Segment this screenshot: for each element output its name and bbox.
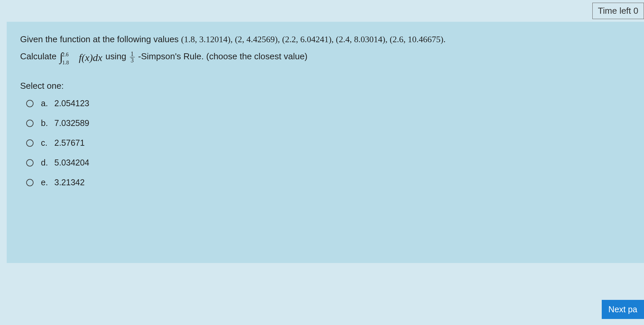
option-value: 2.054123 [54, 99, 89, 108]
integral-expression: ∫2.61.8 f(x)dx [60, 47, 102, 67]
options-list: a. 2.054123 b. 7.032589 c. 2.57671 d. 5.… [20, 99, 631, 187]
question-panel: Given the function at the following valu… [7, 22, 644, 263]
integrand: f(x)dx [79, 52, 102, 63]
question-text: Given the function at the following valu… [20, 32, 631, 67]
select-one-label: Select one: [20, 81, 631, 91]
integral-lower: 1.8 [62, 60, 69, 65]
radio-icon[interactable] [26, 179, 34, 186]
option-letter: b. [41, 118, 54, 128]
question-intro: Given the function at the following valu… [20, 34, 181, 44]
option-letter: c. [41, 138, 54, 148]
option-e[interactable]: e. 3.21342 [26, 178, 631, 187]
option-letter: e. [41, 178, 54, 187]
option-value: 5.034204 [54, 158, 89, 168]
option-letter: d. [41, 158, 54, 168]
option-a[interactable]: a. 2.054123 [26, 99, 631, 108]
radio-icon[interactable] [26, 139, 34, 147]
radio-icon[interactable] [26, 159, 34, 167]
data-points: (1.8, 3.12014), (2, 4.42569), (2.2, 6.04… [181, 35, 446, 44]
next-page-button[interactable]: Next pa [602, 300, 644, 319]
integral-upper: 2.6 [62, 52, 69, 57]
using-text: using [105, 52, 128, 62]
radio-icon[interactable] [26, 100, 34, 107]
calculate-prefix: Calculate [20, 52, 59, 62]
rule-suffix: -Simpson's Rule. (choose the closest val… [138, 52, 308, 62]
option-value: 3.21342 [54, 178, 85, 187]
fraction-denominator: 3 [130, 57, 135, 63]
time-left-label: Time left 0 [598, 6, 638, 16]
fraction: 1 3 [130, 51, 135, 63]
option-c[interactable]: c. 2.57671 [26, 138, 631, 148]
fraction-numerator: 1 [130, 51, 135, 57]
option-value: 2.57671 [54, 138, 85, 148]
radio-icon[interactable] [26, 120, 34, 127]
option-b[interactable]: b. 7.032589 [26, 118, 631, 128]
option-letter: a. [41, 99, 54, 108]
option-d[interactable]: d. 5.034204 [26, 158, 631, 168]
option-value: 7.032589 [54, 118, 89, 128]
time-left-box: Time left 0 [592, 3, 644, 19]
